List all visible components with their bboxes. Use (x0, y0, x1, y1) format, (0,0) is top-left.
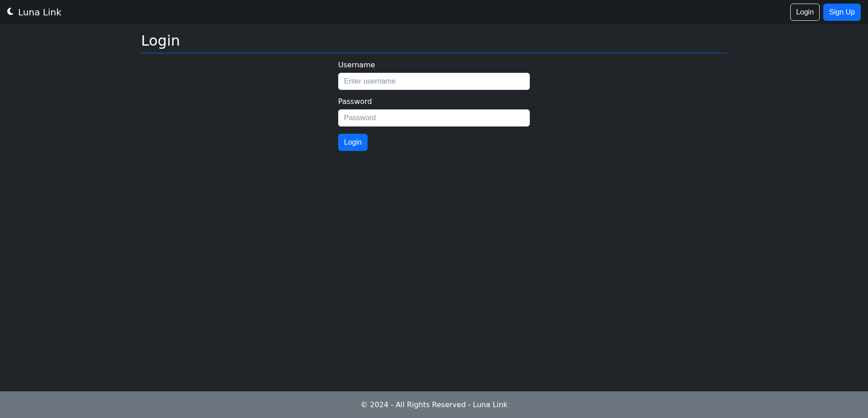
password-input[interactable] (338, 109, 530, 127)
username-input[interactable] (338, 73, 530, 90)
login-form: Username Password Login (338, 61, 530, 151)
password-label: Password (338, 97, 530, 106)
login-nav-button[interactable]: Login (790, 4, 820, 21)
main-content: Login Username Password Login (136, 25, 732, 391)
navbar-buttons: Login Sign Up (790, 4, 861, 21)
navbar: Luna Link Login Sign Up (0, 0, 868, 25)
signup-nav-button[interactable]: Sign Up (823, 4, 861, 21)
divider (141, 53, 727, 53)
page-title: Login (141, 32, 727, 53)
username-group: Username (338, 61, 530, 90)
footer: © 2024 - All Rights Reserved - Luna Link (0, 391, 868, 418)
moon-icon (7, 7, 15, 18)
login-submit-button[interactable]: Login (338, 134, 368, 151)
username-label: Username (338, 61, 530, 69)
brand-link[interactable]: Luna Link (7, 7, 61, 18)
brand-text: Luna Link (18, 7, 61, 18)
footer-text: © 2024 - All Rights Reserved - Luna Link (360, 400, 507, 409)
password-group: Password (338, 97, 530, 127)
